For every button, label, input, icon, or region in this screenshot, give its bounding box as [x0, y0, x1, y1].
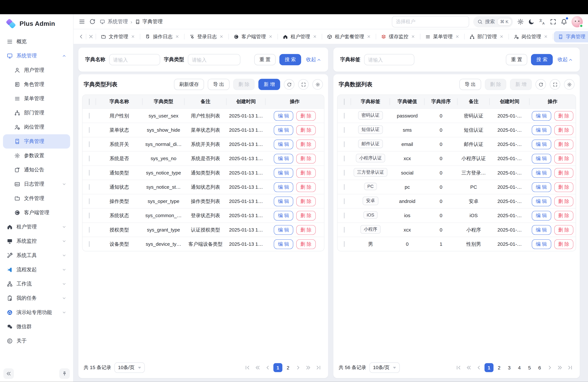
tenant-select[interactable] — [392, 16, 469, 27]
delete-button[interactable]: 删 除 — [296, 239, 316, 249]
delete-button[interactable]: 删 除 — [485, 79, 506, 90]
refresh-cache-button[interactable]: 刷新缓存 — [174, 79, 204, 90]
page-button-5[interactable]: 5 — [525, 363, 534, 372]
row-checkbox[interactable] — [89, 113, 90, 118]
row-checkbox[interactable] — [344, 142, 345, 147]
avatar[interactable] — [571, 16, 583, 27]
sidebar-item-日志管理[interactable]: DEV日志管理 — [3, 177, 70, 191]
edit-button[interactable]: 编 辑 — [274, 154, 293, 163]
dict-name-input[interactable] — [109, 54, 160, 65]
row-checkbox[interactable] — [89, 227, 90, 233]
edit-button[interactable]: 编 辑 — [274, 211, 293, 220]
delete-button[interactable]: 删 除 — [233, 79, 255, 90]
edit-button[interactable]: 编 辑 — [274, 182, 293, 192]
table-fullscreen-button[interactable] — [550, 79, 560, 89]
search-button[interactable]: 搜 索 — [279, 54, 301, 65]
clipped-tab-close-button[interactable] — [88, 34, 94, 39]
reset-button[interactable]: 重 置 — [254, 54, 276, 65]
row-checkbox[interactable] — [344, 198, 345, 204]
jump-forward-button[interactable] — [555, 363, 564, 372]
tab-close-icon[interactable] — [544, 35, 548, 39]
delete-button[interactable]: 删 除 — [296, 196, 316, 206]
sidebar-item-部门管理[interactable]: 部门管理 — [3, 106, 70, 120]
page-size-select[interactable]: 10条/页 — [114, 362, 145, 373]
tab-close-icon[interactable] — [455, 35, 459, 39]
delete-button[interactable]: 删 除 — [554, 182, 573, 192]
tab-客户端管理[interactable]: 客户端管理 — [230, 31, 277, 42]
row-checkbox[interactable] — [89, 241, 90, 247]
sidebar-item-概览[interactable]: 概览 — [3, 35, 70, 49]
row-checkbox[interactable] — [89, 127, 90, 133]
edit-button[interactable]: 编 辑 — [532, 225, 551, 235]
sidebar-item-微信群[interactable]: 微信群 — [3, 319, 70, 334]
export-button[interactable]: 导 出 — [460, 79, 481, 90]
add-button[interactable]: 新 增 — [259, 79, 280, 90]
delete-button[interactable]: 删 除 — [554, 239, 573, 249]
global-search-button[interactable]: 搜索 ⌘ K — [473, 16, 513, 27]
edit-button[interactable]: 编 辑 — [532, 211, 551, 220]
table-settings-button[interactable] — [312, 79, 323, 89]
delete-button[interactable]: 删 除 — [554, 211, 573, 220]
edit-button[interactable]: 编 辑 — [274, 125, 293, 135]
tab-close-icon[interactable] — [131, 35, 135, 39]
reset-button[interactable]: 重 置 — [506, 54, 527, 65]
page-button-1[interactable]: 1 — [484, 363, 493, 372]
fullscreen-icon[interactable] — [550, 18, 556, 25]
sidebar-item-岗位管理[interactable]: 岗位管理 — [3, 120, 70, 134]
table-fullscreen-button[interactable] — [298, 79, 309, 89]
page-size-select[interactable]: 10条/页 — [369, 362, 400, 373]
sidebar-item-用户管理[interactable]: 用户管理 — [3, 63, 70, 77]
tab-操作日志[interactable]: 操作日志 — [141, 31, 183, 42]
sidebar-item-系统管理[interactable]: 系统管理 — [3, 49, 70, 63]
tab-租户套餐管理[interactable]: 租户套餐管理 — [323, 31, 375, 42]
delete-button[interactable]: 删 除 — [554, 196, 573, 206]
delete-button[interactable]: 删 除 — [296, 125, 316, 135]
delete-button[interactable]: 删 除 — [296, 211, 316, 220]
tab-租户管理[interactable]: 租户管理 — [279, 31, 321, 42]
collapse-menu-icon[interactable] — [79, 18, 85, 25]
collapse-filters-link[interactable]: 收起 — [558, 56, 573, 63]
delete-button[interactable]: 删 除 — [554, 139, 573, 149]
row-checkbox[interactable] — [89, 170, 90, 175]
edit-button[interactable]: 编 辑 — [274, 239, 293, 249]
tab-字典管理[interactable]: 字典管理 — [554, 31, 588, 42]
breadcrumb-parent[interactable]: 系统管理 — [108, 18, 128, 25]
edit-button[interactable]: 编 辑 — [532, 154, 551, 163]
sidebar-item-字典管理[interactable]: 字典管理 — [3, 134, 70, 149]
sidebar-item-关于[interactable]: 关于 — [3, 334, 70, 348]
sidebar-item-工作流[interactable]: 工作流 — [3, 277, 70, 291]
delete-button[interactable]: 删 除 — [554, 154, 573, 163]
edit-button[interactable]: 编 辑 — [532, 125, 551, 135]
jump-back-button[interactable] — [253, 363, 262, 372]
edit-button[interactable]: 编 辑 — [532, 239, 551, 249]
row-checkbox[interactable] — [344, 113, 345, 118]
row-checkbox[interactable] — [89, 213, 90, 218]
row-checkbox[interactable] — [344, 227, 345, 233]
row-checkbox[interactable] — [344, 213, 345, 218]
delete-button[interactable]: 删 除 — [554, 111, 573, 121]
delete-button[interactable]: 删 除 — [296, 139, 316, 149]
dict-type-input[interactable] — [188, 54, 240, 65]
sidebar-item-系统监控[interactable]: 系统监控 — [3, 234, 70, 248]
tab-菜单管理[interactable]: 菜单管理 — [421, 31, 463, 42]
language-icon[interactable]: 文A — [539, 18, 546, 25]
table-refresh-button[interactable] — [536, 79, 546, 89]
first-page-button[interactable] — [243, 363, 252, 372]
delete-button[interactable]: 删 除 — [296, 168, 316, 178]
table-settings-button[interactable] — [564, 79, 574, 89]
notifications-button[interactable] — [561, 18, 567, 25]
delete-button[interactable]: 删 除 — [296, 182, 316, 192]
tab-close-icon[interactable] — [411, 35, 415, 39]
edit-button[interactable]: 编 辑 — [532, 111, 551, 121]
sidebar-item-系统工具[interactable]: 系统工具 — [3, 248, 70, 263]
export-button[interactable]: 导 出 — [208, 79, 229, 90]
sidebar-item-租户管理[interactable]: 租户管理 — [3, 220, 70, 234]
delete-button[interactable]: 删 除 — [296, 154, 316, 163]
delete-button[interactable]: 删 除 — [296, 111, 316, 121]
tab-登录日志[interactable]: 登录日志 — [185, 31, 228, 42]
edit-button[interactable]: 编 辑 — [274, 196, 293, 206]
tab-close-icon[interactable] — [219, 35, 223, 39]
dark-mode-icon[interactable] — [528, 18, 535, 25]
tab-缓存监控[interactable]: 缓存监控 — [377, 31, 419, 42]
edit-button[interactable]: 编 辑 — [274, 111, 293, 121]
